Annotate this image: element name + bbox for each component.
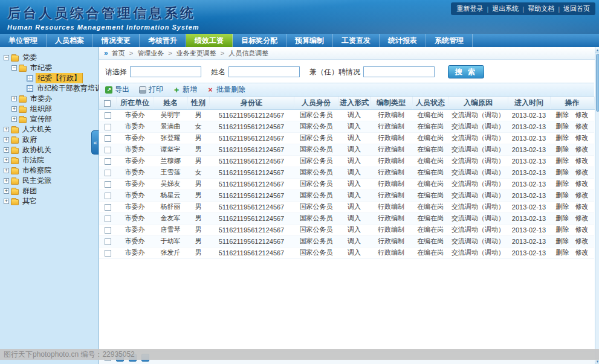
row-delete-link[interactable]: 删除 <box>556 123 569 130</box>
row-delete-link[interactable]: 删除 <box>556 226 569 233</box>
breadcrumb-item-2[interactable]: 业务变更调整 <box>176 49 216 57</box>
select-all-checkbox[interactable] <box>104 100 111 107</box>
tree-expander-icon[interactable]: + <box>11 106 17 112</box>
row-delete-link[interactable]: 删除 <box>556 237 569 244</box>
row-delete-link[interactable]: 删除 <box>556 157 569 164</box>
row-delete-link[interactable]: 删除 <box>556 214 569 222</box>
tree-item-11[interactable]: +市检察院 <box>0 165 99 176</box>
row-checkbox[interactable] <box>105 193 111 199</box>
row-edit-link[interactable]: 修改 <box>575 203 589 210</box>
row-delete-link[interactable]: 删除 <box>556 249 569 256</box>
tree-expander-icon[interactable]: + <box>4 158 9 163</box>
breadcrumb-item-1[interactable]: 管理业务 <box>137 49 164 57</box>
menu-item-7[interactable]: 工资直发 <box>333 34 380 47</box>
row-select-cell <box>99 190 116 201</box>
toolbar-batch-delete-button[interactable]: 批量删除 <box>207 85 245 95</box>
tree-expander-icon[interactable]: + <box>4 188 9 194</box>
menu-item-5[interactable]: 目标奖分配 <box>233 34 287 47</box>
row-checkbox[interactable] <box>105 147 111 153</box>
tree-item-9[interactable]: +政协机关 <box>0 145 99 155</box>
cell-status: 在编在岗 <box>412 121 448 132</box>
row-delete-link[interactable]: 删除 <box>556 134 569 141</box>
tree-item-7[interactable]: +人大机关 <box>0 124 99 135</box>
toolbar-add-button[interactable]: 新增 <box>173 85 197 95</box>
tree-expander-icon[interactable]: − <box>4 55 9 60</box>
tree-expander-icon[interactable]: + <box>4 168 9 173</box>
tree-expander-icon[interactable]: + <box>4 147 9 153</box>
tree-item-13[interactable]: +群团 <box>0 186 99 196</box>
menu-item-9[interactable]: 系统管理 <box>426 34 473 47</box>
row-delete-link[interactable]: 删除 <box>556 180 569 187</box>
sidebar-collapse-icon[interactable]: « <box>91 130 99 155</box>
tree-item-0[interactable]: −党委 <box>0 53 99 63</box>
tree-expander-icon[interactable]: + <box>11 117 17 122</box>
row-checkbox[interactable] <box>105 181 111 188</box>
row-checkbox[interactable] <box>105 170 111 176</box>
row-checkbox[interactable] <box>105 112 111 119</box>
row-edit-link[interactable]: 修改 <box>575 249 589 256</box>
tree-item-4[interactable]: +市委办 <box>0 94 99 104</box>
tree-item-3[interactable]: 市纪检干部教育培训中心 <box>0 83 99 94</box>
search-input-0[interactable] <box>130 66 201 77</box>
menu-item-6[interactable]: 预算编制 <box>287 34 333 47</box>
row-edit-link[interactable]: 修改 <box>575 168 589 176</box>
tree-item-2[interactable]: 纪委【行政】 <box>0 73 99 83</box>
row-edit-link[interactable]: 修改 <box>575 214 589 222</box>
row-edit-link[interactable]: 修改 <box>575 111 589 118</box>
row-checkbox[interactable] <box>105 204 111 211</box>
row-checkbox[interactable] <box>105 250 111 257</box>
header-link-1[interactable]: 退出系统 <box>492 4 519 13</box>
menu-item-2[interactable]: 情况变更 <box>93 34 140 47</box>
row-edit-link[interactable]: 修改 <box>575 191 589 199</box>
menu-item-4[interactable]: 绩效工资 <box>186 34 233 47</box>
tree-expander-icon[interactable]: + <box>11 96 17 101</box>
tree-item-1[interactable]: −市纪委 <box>0 63 99 73</box>
row-checkbox[interactable] <box>105 158 111 165</box>
row-edit-link[interactable]: 修改 <box>575 134 589 141</box>
scroll-thumb[interactable] <box>596 54 599 112</box>
row-edit-link[interactable]: 修改 <box>575 237 589 244</box>
breadcrumb-item-0[interactable]: 首页 <box>112 49 125 57</box>
tree-expander-icon[interactable]: + <box>4 199 9 204</box>
row-checkbox[interactable] <box>105 216 111 222</box>
scroll-up-icon[interactable]: ▲ <box>595 47 599 53</box>
menu-item-1[interactable]: 人员档案 <box>47 34 93 47</box>
tree-item-12[interactable]: +民主党派 <box>0 176 99 186</box>
tree-expander-icon[interactable]: + <box>4 178 9 184</box>
row-edit-link[interactable]: 修改 <box>575 123 589 130</box>
menu-item-3[interactable]: 考核晋升 <box>140 34 186 47</box>
header-link-2[interactable]: 帮助文档 <box>528 4 554 13</box>
row-checkbox[interactable] <box>105 135 111 142</box>
toolbar-export-button[interactable]: 导出 <box>105 85 129 95</box>
row-edit-link[interactable]: 修改 <box>575 157 589 164</box>
row-checkbox[interactable] <box>105 124 111 130</box>
row-delete-link[interactable]: 删除 <box>556 168 569 176</box>
menu-item-0[interactable]: 单位管理 <box>0 34 47 47</box>
row-checkbox[interactable] <box>105 238 111 245</box>
tree-item-8[interactable]: +政府 <box>0 135 99 145</box>
tree-item-14[interactable]: +其它 <box>0 196 99 206</box>
breadcrumb-item-3[interactable]: 人员信息调整 <box>228 49 268 57</box>
row-delete-link[interactable]: 删除 <box>556 111 569 118</box>
tree-expander-icon[interactable]: − <box>11 65 17 71</box>
row-edit-link[interactable]: 修改 <box>575 145 589 153</box>
vertical-scrollbar[interactable]: ▲ ▼ <box>595 47 599 364</box>
search-input-1[interactable] <box>228 66 300 77</box>
header-link-0[interactable]: 重新登录 <box>456 4 483 13</box>
tree-expander-icon[interactable]: + <box>4 137 9 142</box>
row-edit-link[interactable]: 修改 <box>575 226 589 233</box>
row-delete-link[interactable]: 删除 <box>556 203 569 210</box>
menu-item-8[interactable]: 统计报表 <box>380 34 426 47</box>
tree-expander-icon[interactable]: + <box>4 127 9 132</box>
row-delete-link[interactable]: 删除 <box>556 191 569 199</box>
search-input-2[interactable] <box>363 66 435 77</box>
tree-item-10[interactable]: +市法院 <box>0 155 99 165</box>
row-edit-link[interactable]: 修改 <box>575 180 589 187</box>
header-link-3[interactable]: 返回首页 <box>563 4 590 13</box>
tree-item-6[interactable]: +宣传部 <box>0 114 99 124</box>
row-checkbox[interactable] <box>105 227 111 234</box>
row-delete-link[interactable]: 删除 <box>556 145 569 153</box>
tree-item-5[interactable]: +组织部 <box>0 104 99 114</box>
search-button[interactable]: 搜 索 <box>448 65 484 78</box>
toolbar-print-button[interactable]: 打印 <box>139 85 163 95</box>
